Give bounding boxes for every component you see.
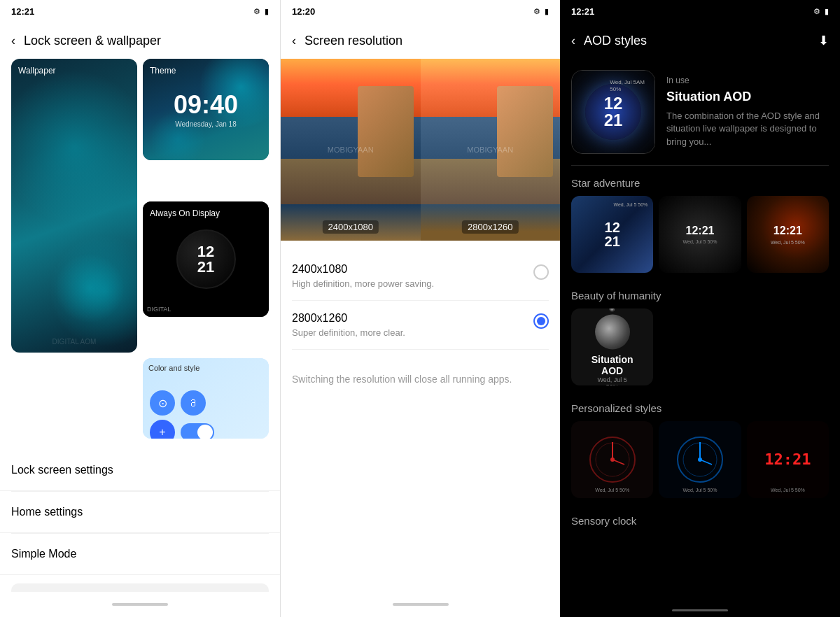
panel1-scroll-area: Wallpaper DIGITAL AOM Theme 09:40 Wednes… xyxy=(0,59,280,592)
color-style-icons: ⊙ 𐐀 + xyxy=(150,390,262,439)
personalized-section: Personalized styles Wed, Jul 5 50% xyxy=(571,391,829,498)
menu-items: Lock screen settings Home settings Simpl… xyxy=(0,450,280,575)
wallpaper-card-theme[interactable]: Theme 09:40 Wednesday, Jan 18 xyxy=(143,59,269,160)
star2-display: 12:21 Wed, Jul 5 50% xyxy=(683,225,718,244)
star-adventure-grid: 1221 Wed, Jul 5 50% 12:21 Wed, Jul 5 50%… xyxy=(571,196,829,273)
res-option-text-1080: 2400x1080 High definition, more power sa… xyxy=(292,263,434,289)
download-icon[interactable]: ⬇ xyxy=(818,33,829,48)
settings-icon-p3: ⚙ xyxy=(813,7,820,16)
back-button-panel3[interactable]: ‹ xyxy=(571,34,575,48)
aod-star-style-1[interactable]: 1221 Wed, Jul 5 50% xyxy=(571,196,653,273)
cs-icons-row1: ⊙ 𐐀 xyxy=(150,390,262,416)
panel-lock-screen: 12:21 ⚙ ▮ ‹ Lock screen & wallpaper Wall… xyxy=(0,0,280,617)
aod-time-line2: 21 xyxy=(197,260,214,275)
pers3-time: 12:21 xyxy=(764,452,811,467)
nav-header-panel1: ‹ Lock screen & wallpaper xyxy=(0,22,280,59)
back-button-panel1[interactable]: ‹ xyxy=(11,34,15,48)
res-desc-1260: Super definition, more clear. xyxy=(292,327,405,338)
analog-clock-1 xyxy=(588,435,637,484)
nav-header-panel3: ‹ AOD styles ⬇ xyxy=(560,22,840,59)
analog-clock-svg-2 xyxy=(676,435,724,484)
pers3-display: 12:21 xyxy=(764,452,811,467)
wallpaper-circle-3 xyxy=(55,253,125,323)
radio-1080[interactable] xyxy=(533,264,549,280)
moon-display: ◉ Situation AOD Wed, Jul 5 50% xyxy=(592,308,634,385)
moon-date: Wed, Jul 5 50% xyxy=(592,376,634,386)
building-2 xyxy=(497,86,553,177)
settings-icon-p1: ⚙ xyxy=(253,7,260,16)
building-1 xyxy=(358,86,414,177)
beauty-empty-3 xyxy=(747,308,829,385)
res-label-1080: 2400x1080 xyxy=(323,220,379,234)
aod-clock-inner: 12 21 xyxy=(197,244,214,275)
aod-preview-thumb: 12 21 xyxy=(176,229,236,289)
aod-pers-style-2[interactable]: Wed, Jul 5 50% xyxy=(659,421,741,498)
svg-line-4 xyxy=(612,460,624,464)
resolution-option-1080[interactable]: 2400x1080 High definition, more power sa… xyxy=(292,252,549,301)
aod-card-label: Always On Display xyxy=(150,208,220,218)
cs-icons-row2: + xyxy=(150,420,262,439)
aod-star-style-2[interactable]: 12:21 Wed, Jul 5 50% xyxy=(659,196,741,273)
aod-styles-content: 1221 Wed, Jul 5AM50% In use Situation AO… xyxy=(560,59,840,604)
resolution-warning: Switching the resolution will close all … xyxy=(281,361,560,398)
resolution-preview-area: MOBIGYAAN 2400x1080 MOBIGYAAN 2800x1260 xyxy=(281,59,560,241)
wallpaper-label: Wallpaper xyxy=(18,66,56,76)
resolution-option-1260[interactable]: 2800x1260 Super definition, more clear. xyxy=(292,301,549,350)
battery-icon-p1: ▮ xyxy=(265,7,269,16)
aod-watermark: DIGITAL xyxy=(147,306,171,313)
bottom-indicator-p3 xyxy=(560,604,840,617)
bottom-bar-p1 xyxy=(112,603,168,606)
res-option-text-1260: 2800x1260 Super definition, more clear. xyxy=(292,312,405,338)
aod-pers-style-1[interactable]: Wed, Jul 5 50% xyxy=(571,421,653,498)
section-title-star: Star adventure xyxy=(571,166,829,196)
search-other-settings[interactable]: Looking for other settings? xyxy=(11,583,269,592)
status-time-panel2: 12:20 xyxy=(292,6,315,17)
panel-screen-resolution: 12:20 ⚙ ▮ ‹ Screen resolution MOBIGYAAN … xyxy=(280,0,560,617)
toggle-switch[interactable] xyxy=(181,423,214,439)
aod-card-bg: Always On Display 12 21 DIGITAL xyxy=(143,201,269,317)
status-bar-panel2: 12:20 ⚙ ▮ xyxy=(281,0,560,22)
star3-time: 12:21 xyxy=(771,225,805,237)
beauty-grid: ◉ Situation AOD Wed, Jul 5 50% xyxy=(571,308,829,385)
section-title-beauty: Beauty of humanity xyxy=(571,278,829,308)
watermark-res-1: MOBIGYAAN xyxy=(328,146,374,154)
aod-situation-time: 1221 xyxy=(604,95,623,129)
wallpaper-card-color-style[interactable]: Color and style ⊙ 𐐀 + xyxy=(143,358,269,439)
back-button-panel2[interactable]: ‹ xyxy=(292,34,296,48)
nav-header-panel2: ‹ Screen resolution xyxy=(281,22,560,59)
wallpaper-card-aod[interactable]: Always On Display 12 21 DIGITAL xyxy=(143,201,269,317)
plus-icon: + xyxy=(150,420,175,439)
resolution-preview-1080[interactable]: MOBIGYAAN 2400x1080 xyxy=(281,59,421,241)
in-use-title: Situation AOD xyxy=(666,90,829,104)
bottom-bar-p2 xyxy=(393,603,449,606)
aod-in-use-preview[interactable]: 1221 Wed, Jul 5AM50% xyxy=(571,70,655,154)
theme-time-display: 09:40 Wednesday, Jan 18 xyxy=(174,92,238,127)
moon-circle xyxy=(595,315,630,350)
radio-1260[interactable] xyxy=(533,313,549,329)
analog-clock-svg-1 xyxy=(588,435,637,484)
status-time-panel3: 12:21 xyxy=(571,6,594,17)
star2-time: 12:21 xyxy=(683,225,718,236)
section-title-sensory: Sensory clock xyxy=(571,504,829,534)
section-title-pers: Personalized styles xyxy=(571,391,829,421)
bottom-indicator-p1 xyxy=(0,592,280,617)
menu-home-settings[interactable]: Home settings xyxy=(0,492,280,533)
menu-lock-screen-settings[interactable]: Lock screen settings xyxy=(0,450,280,491)
in-use-info: In use Situation AOD The combination of … xyxy=(666,76,829,148)
star-adventure-section: Star adventure 1221 Wed, Jul 5 50% 12:21… xyxy=(571,166,829,273)
aod-star-style-3[interactable]: 12:21 Wed, Jul 5 50% xyxy=(747,196,829,273)
in-use-desc: The combination of the AOD style and sit… xyxy=(666,110,829,148)
star2-date: Wed, Jul 5 50% xyxy=(683,239,718,244)
wallpaper-circle-1 xyxy=(11,70,137,224)
theme-date: Wednesday, Jan 18 xyxy=(174,120,238,127)
aod-beauty-style-1[interactable]: ◉ Situation AOD Wed, Jul 5 50% xyxy=(571,308,653,385)
aod-pers-style-3[interactable]: 12:21 Wed, Jul 5 50% xyxy=(747,421,829,498)
resolution-options: 2400x1080 High definition, more power sa… xyxy=(281,241,560,361)
watermark-1: DIGITAL AOM xyxy=(52,338,97,346)
beauty-empty-2 xyxy=(659,308,741,385)
resolution-preview-1260[interactable]: MOBIGYAAN 2800x1260 xyxy=(421,59,561,241)
status-icons-panel2: ⚙ ▮ xyxy=(533,7,549,16)
wallpaper-card-main[interactable]: Wallpaper DIGITAL AOM xyxy=(11,59,137,353)
theme-label: Theme xyxy=(150,66,176,76)
menu-simple-mode[interactable]: Simple Mode xyxy=(0,534,280,575)
